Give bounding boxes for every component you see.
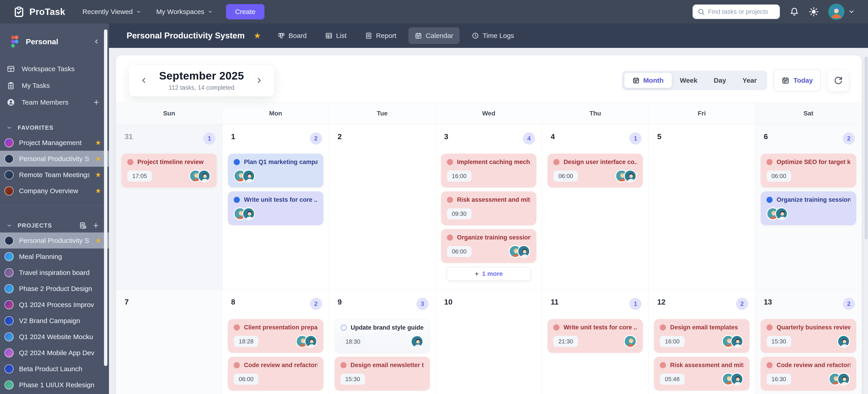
- view-label: Month: [643, 76, 664, 84]
- avatar: [411, 335, 423, 348]
- sidebar-project-beta-product-launch[interactable]: Beta Product Launch: [0, 361, 109, 377]
- sidebar-scrollbar[interactable]: [104, 29, 107, 366]
- status-dot-icon: [127, 159, 133, 165]
- task-card-top: Design email newsletter t...: [340, 362, 424, 369]
- day-cell-12[interactable]: 122Design email templates16:00Risk asses…: [649, 290, 755, 394]
- sidebar-project-phase-2-product-design[interactable]: Phase 2 Product Design: [0, 281, 109, 297]
- tab-board[interactable]: Board: [272, 27, 313, 44]
- task-time: 16:00: [660, 336, 684, 347]
- task-card[interactable]: Risk assessment and miti...09:30: [441, 191, 536, 225]
- collapse-sidebar-icon[interactable]: [93, 38, 100, 45]
- favorite-star-icon[interactable]: ★: [95, 171, 101, 179]
- task-card[interactable]: Project timeline review17:05: [121, 154, 217, 188]
- day-cell-7[interactable]: 7: [116, 290, 222, 394]
- sidebar-project-personal-productivity-syst[interactable]: Personal Productivity Syst★: [0, 151, 109, 167]
- task-card[interactable]: Client presentation prepa...18:28: [228, 319, 323, 353]
- create-button[interactable]: Create: [226, 4, 265, 20]
- task-card[interactable]: Implement caching mech...16:00: [441, 154, 536, 188]
- day-events: Optimize SEO for target k...06:00Organiz…: [755, 154, 862, 225]
- favorite-star-icon[interactable]: ★: [95, 236, 101, 245]
- top-nav-item-1[interactable]: Recently Viewed: [82, 8, 141, 15]
- day-cell-11[interactable]: 111Write unit tests for core ...21:30: [542, 290, 649, 394]
- search-icon: [698, 8, 705, 15]
- sidebar-project-company-overview[interactable]: Company Overview★: [0, 183, 109, 199]
- show-more-button[interactable]: +1 more: [446, 267, 531, 281]
- tab-calendar[interactable]: Calendar: [408, 27, 460, 44]
- tab-time-logs[interactable]: Time Logs: [465, 27, 520, 44]
- task-card[interactable]: Design user interface co...06:00: [548, 154, 643, 188]
- status-dot-icon: [660, 362, 666, 368]
- top-nav-item-2[interactable]: My Workspaces: [156, 8, 213, 15]
- sidebar-project-phase-1-product-launch[interactable]: Phase 1 Product Launch: [0, 393, 109, 394]
- status-dot-icon: [234, 324, 240, 330]
- sidebar-project-q1-2024-website-mocku[interactable]: Q1 2024 Website Mocku: [0, 329, 109, 345]
- day-cell-5[interactable]: 5: [649, 124, 755, 290]
- sidebar-item-workspace-tasks[interactable]: Workspace Tasks: [0, 61, 109, 77]
- task-card[interactable]: Plan Q1 marketing campa...: [228, 154, 323, 188]
- main-scrollbar[interactable]: [865, 57, 868, 239]
- next-month-icon[interactable]: [253, 74, 265, 87]
- day-cell-8[interactable]: 82Client presentation prepa...18:28Code …: [222, 290, 329, 394]
- sidebar-project-travel-inspiration-board[interactable]: Travel inspiration board: [0, 265, 109, 281]
- theme-toggle-sun-icon[interactable]: [809, 7, 819, 17]
- project-color-dot: [4, 252, 13, 261]
- task-card[interactable]: Code review and refactori...16:30: [761, 357, 856, 391]
- day-cell-4[interactable]: 41Design user interface co...06:00: [542, 124, 649, 290]
- view-year[interactable]: Year: [734, 73, 765, 88]
- view-month[interactable]: Month: [624, 73, 672, 88]
- sidebar-project-personal-productivity-sy[interactable]: Personal Productivity Sy★: [0, 232, 109, 249]
- task-card[interactable]: Write unit tests for core ...21:30: [548, 319, 643, 353]
- task-card[interactable]: Risk assessment and miti...05:48: [654, 357, 749, 391]
- today-button[interactable]: Today: [774, 69, 821, 92]
- sidebar-project-phase-1-ui-ux-redesign[interactable]: Phase 1 UI/UX Redesign: [0, 377, 109, 393]
- task-card[interactable]: Design email newsletter t...15:30: [335, 357, 430, 391]
- task-time: 18:30: [341, 336, 365, 347]
- tab-label: Board: [289, 32, 307, 39]
- task-card-top: Code review and refactori...: [767, 362, 850, 369]
- day-cell-3[interactable]: 34Implement caching mech...16:00Risk ass…: [436, 124, 542, 290]
- section-header-favorites[interactable]: FAVORITES: [0, 121, 109, 135]
- sidebar-project-q2-2024-mobile-app-dev[interactable]: Q2 2024 Mobile App Dev: [0, 345, 109, 361]
- day-cell-9[interactable]: 93Update brand style guide...18:30Design…: [329, 290, 436, 394]
- sidebar-item-team-members[interactable]: Team Members: [0, 94, 109, 111]
- global-search[interactable]: [692, 4, 780, 19]
- task-card[interactable]: Code review and refactori...06:00: [228, 357, 323, 391]
- sidebar-project-project-management[interactable]: Project Management★: [0, 135, 109, 151]
- section-header-projects[interactable]: PROJECTS: [0, 219, 109, 232]
- task-card[interactable]: Organize training session06:00: [441, 229, 536, 263]
- search-input[interactable]: [708, 8, 775, 15]
- view-week[interactable]: Week: [672, 73, 706, 88]
- day-cell-31[interactable]: 311Project timeline review17:05: [116, 124, 222, 290]
- task-card[interactable]: Update brand style guide...18:30: [335, 319, 430, 353]
- sidebar-project-q1-2024-process-improv[interactable]: Q1 2024 Process Improv: [0, 297, 109, 313]
- day-cell-10[interactable]: 10: [436, 290, 542, 394]
- project-star-icon[interactable]: ★: [254, 31, 261, 40]
- day-cell-13[interactable]: 132Quarterly business review15:30Code re…: [755, 290, 862, 394]
- tab-report[interactable]: Report: [359, 27, 403, 44]
- task-count-badge: 3: [416, 298, 429, 310]
- day-cell-2[interactable]: 2: [329, 124, 436, 290]
- task-card[interactable]: Design email templates16:00: [654, 319, 749, 353]
- workspace-switcher[interactable]: Personal: [0, 32, 109, 52]
- favorite-star-icon[interactable]: ★: [95, 138, 101, 147]
- favorite-star-icon[interactable]: ★: [95, 187, 101, 195]
- view-day[interactable]: Day: [706, 73, 734, 88]
- sidebar-project-remote-team-meetings[interactable]: Remote Team Meetings★: [0, 167, 109, 183]
- task-card[interactable]: Optimize SEO for target k...06:00: [761, 154, 856, 188]
- sidebar-project-meal-planning[interactable]: Meal Planning: [0, 249, 109, 265]
- notifications-bell-icon[interactable]: [789, 7, 799, 17]
- favorite-star-icon[interactable]: ★: [95, 155, 101, 163]
- project-header: Personal Productivity System ★ BoardList…: [109, 24, 868, 48]
- sidebar-item-my-tasks[interactable]: My Tasks: [0, 77, 109, 94]
- user-menu[interactable]: [828, 4, 855, 20]
- task-card[interactable]: Write unit tests for core ...: [228, 191, 323, 225]
- task-card[interactable]: Organize training session: [761, 191, 856, 225]
- add-member-plus-icon[interactable]: [93, 99, 100, 106]
- task-card[interactable]: Quarterly business review15:30: [761, 319, 856, 353]
- refresh-button[interactable]: [827, 70, 849, 91]
- day-cell-1[interactable]: 12Plan Q1 marketing campa...Write unit t…: [222, 124, 329, 290]
- tab-list[interactable]: List: [319, 27, 353, 44]
- sidebar-project-v2-brand-campaign[interactable]: V2 Brand Campaign: [0, 313, 109, 329]
- day-cell-6[interactable]: 62Optimize SEO for target k...06:00Organ…: [755, 124, 862, 290]
- prev-month-icon[interactable]: [138, 74, 150, 87]
